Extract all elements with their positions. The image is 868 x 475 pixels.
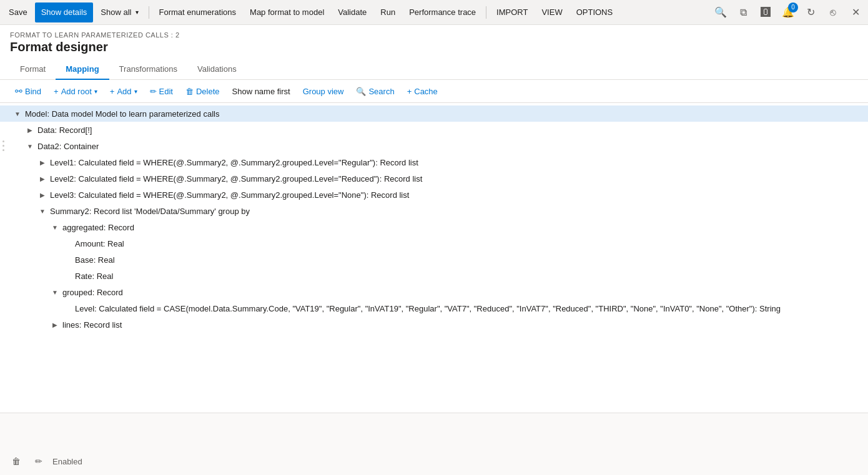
expand-icon-root[interactable]: ▼	[12, 109, 22, 119]
secondary-toolbar: ⚯ Bind + Add root ▾ + Add ▾ ✏ Edit 🗑 Del…	[0, 80, 868, 103]
edit-button[interactable]: ✏ Edit	[145, 84, 178, 99]
show-all-button[interactable]: Show all ▾	[94, 2, 144, 22]
toolbar-right: 🔍 ⧉ 🅾 🔔 0 ↻ ⎋ ✕	[711, 2, 866, 22]
tree-row[interactable]: ▶ Level1: Calculated field = WHERE(@.Sum…	[0, 154, 868, 170]
tree-row[interactable]: ▶ Level: Calculated field = CASE(model.D…	[0, 300, 868, 316]
delete-button[interactable]: 🗑 Delete	[180, 84, 225, 99]
expand-icon-grouped[interactable]: ▼	[50, 287, 60, 297]
bottom-edit-button[interactable]: ✏	[30, 453, 47, 470]
tree-row[interactable]: ▼ Summary2: Record list 'Model/Data/Summ…	[0, 203, 868, 219]
notification-badge: 🔔 0	[778, 2, 798, 22]
top-toolbar: Save Show details Show all ▾ Format enum…	[0, 0, 868, 25]
search-button[interactable]: 🔍 Search	[351, 84, 399, 99]
map-format-button[interactable]: Map format to model	[244, 2, 330, 22]
tree-row[interactable]: ▶ Amount: Real	[0, 235, 868, 252]
group-view-button[interactable]: Group view	[298, 84, 349, 99]
vertical-dots	[2, 140, 4, 151]
open-new-window-icon[interactable]: ⎋	[823, 2, 843, 22]
tree-row[interactable]: ▶ Rate: Real	[0, 268, 868, 284]
cache-icon: +	[407, 87, 412, 96]
bottom-panel: 🗑 ✏ Enabled	[0, 413, 868, 475]
office-icon[interactable]: 🅾	[756, 2, 776, 22]
edit-icon: ✏	[150, 87, 157, 96]
add-root-icon: +	[54, 87, 59, 96]
badge-count: 0	[788, 2, 798, 12]
expand-icon-level1[interactable]: ▶	[37, 157, 47, 167]
add-chevron-icon: ▾	[134, 88, 137, 95]
tab-mapping[interactable]: Mapping	[56, 59, 109, 80]
run-button[interactable]: Run	[374, 2, 402, 22]
expand-icon-summary2[interactable]: ▼	[37, 206, 47, 216]
tab-format[interactable]: Format	[10, 59, 56, 80]
tree-area: ▼ Model: Data model Model to learn param…	[0, 103, 868, 413]
add-root-button[interactable]: + Add root ▾	[49, 84, 102, 99]
refresh-icon[interactable]: ↻	[801, 2, 821, 22]
status-label: Enabled	[52, 457, 82, 466]
plugin-icon[interactable]: ⧉	[733, 2, 753, 22]
bottom-delete-button[interactable]: 🗑	[7, 453, 25, 470]
bottom-actions: 🗑 ✏ Enabled	[7, 453, 861, 470]
main-content: FORMAT TO LEARN PARAMETERIZED CALLS : 2 …	[0, 25, 868, 475]
tree-row[interactable]: ▼ Model: Data model Model to learn param…	[0, 105, 868, 122]
view-button[interactable]: VIEW	[535, 2, 568, 22]
expand-icon-data2[interactable]: ▼	[25, 141, 35, 151]
bind-button[interactable]: ⚯ Bind	[10, 84, 46, 99]
expand-icon-lines[interactable]: ▶	[50, 320, 60, 330]
show-all-chevron-icon: ▾	[136, 9, 139, 16]
expand-icon-level2[interactable]: ▶	[37, 174, 47, 184]
toolbar-separator-2	[486, 6, 486, 19]
bind-icon: ⚯	[15, 86, 22, 96]
tree-row[interactable]: ▶ Data: Record[!]	[0, 122, 868, 138]
show-name-first-button[interactable]: Show name first	[227, 84, 295, 99]
add-button[interactable]: + Add ▾	[105, 84, 142, 99]
page-header: FORMAT TO LEARN PARAMETERIZED CALLS : 2 …	[0, 25, 868, 59]
tree-row[interactable]: ▶ Level3: Calculated field = WHERE(@.Sum…	[0, 187, 868, 203]
search-icon: 🔍	[356, 87, 366, 96]
expand-icon-level3[interactable]: ▶	[37, 190, 47, 200]
show-details-button[interactable]: Show details	[35, 2, 94, 22]
tree-row[interactable]: ▼ grouped: Record	[0, 284, 868, 300]
close-icon[interactable]: ✕	[846, 2, 866, 22]
add-root-chevron-icon: ▾	[94, 88, 97, 95]
tree-row[interactable]: ▶ Base: Real	[0, 252, 868, 268]
import-button[interactable]: IMPORT	[490, 2, 534, 22]
expand-icon-aggregated[interactable]: ▼	[50, 222, 60, 232]
validate-button[interactable]: Validate	[332, 2, 373, 22]
tree-row[interactable]: ▼ Data2: Container	[0, 138, 868, 154]
tree-row[interactable]: ▼ aggregated: Record	[0, 219, 868, 235]
tab-transformations[interactable]: Transformations	[109, 59, 187, 80]
format-enumerations-button[interactable]: Format enumerations	[153, 2, 243, 22]
performance-trace-button[interactable]: Performance trace	[403, 2, 482, 22]
expand-icon-data[interactable]: ▶	[25, 125, 35, 135]
save-button[interactable]: Save	[2, 2, 34, 22]
tab-validations[interactable]: Validations	[187, 59, 247, 80]
tabs-bar: Format Mapping Transformations Validatio…	[0, 59, 868, 80]
options-button[interactable]: OPTIONS	[570, 2, 619, 22]
tree-row[interactable]: ▶ Level2: Calculated field = WHERE(@.Sum…	[0, 170, 868, 187]
tree-row[interactable]: ▶ lines: Record list	[0, 316, 868, 333]
add-icon: +	[110, 87, 115, 96]
page-label: FORMAT TO LEARN PARAMETERIZED CALLS : 2	[10, 31, 858, 39]
page-title: Format designer	[10, 40, 858, 54]
delete-icon: 🗑	[185, 87, 194, 96]
search-toolbar-icon[interactable]: 🔍	[711, 2, 731, 22]
cache-button[interactable]: + Cache	[402, 84, 443, 99]
toolbar-separator-1	[149, 6, 149, 19]
